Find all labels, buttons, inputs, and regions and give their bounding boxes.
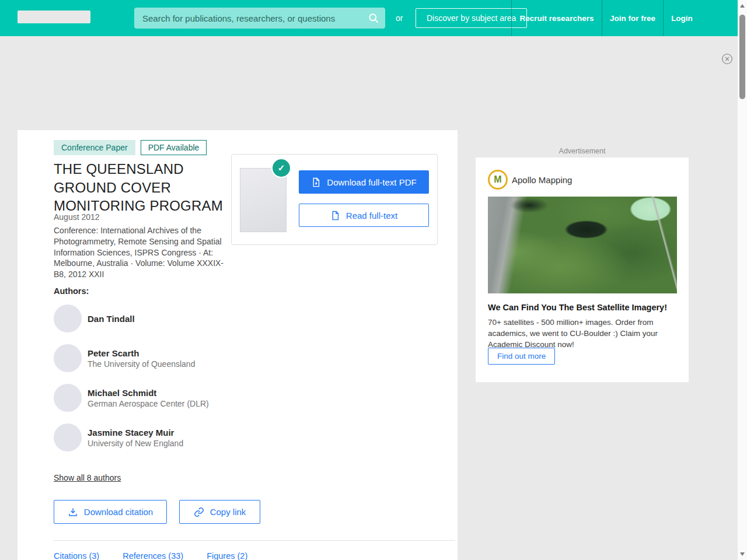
avatar[interactable] bbox=[54, 344, 82, 372]
publication-date: August 2012 bbox=[54, 212, 100, 222]
nav-join-for-free[interactable]: Join for free bbox=[602, 0, 663, 36]
find-out-more-button[interactable]: Find out more bbox=[488, 348, 555, 365]
discover-by-subject-button[interactable]: Discover by subject area bbox=[416, 8, 527, 28]
pdf-available-badge: PDF Available bbox=[141, 140, 207, 155]
publication-card: Conference Paper PDF Available THE QUEEN… bbox=[18, 130, 458, 560]
advertisement-card: M Apollo Mapping We Can Find You The Bes… bbox=[476, 158, 689, 382]
download-citation-button[interactable]: Download citation bbox=[54, 500, 167, 524]
search-input[interactable] bbox=[134, 8, 385, 29]
download-fulltext-label: Download full-text PDF bbox=[327, 177, 416, 187]
page-title: THE QUEENSLAND GROUND COVER MONITORING P… bbox=[54, 160, 229, 215]
copy-link-button[interactable]: Copy link bbox=[179, 500, 260, 524]
nav-recruit-researchers[interactable]: Recruit researchers bbox=[511, 0, 602, 36]
tab-references[interactable]: References (33) bbox=[123, 551, 183, 560]
divider bbox=[54, 540, 455, 541]
avatar[interactable] bbox=[54, 424, 82, 452]
ad-body-text: 70+ satellites - 500 million+ images. Or… bbox=[488, 317, 676, 350]
author-row[interactable]: Michael Schmidt German Aerospace Center … bbox=[54, 384, 240, 412]
author-affiliation: The University of Queensland bbox=[88, 359, 195, 369]
scrollbar[interactable] bbox=[738, 0, 747, 560]
publication-type-badge: Conference Paper bbox=[54, 140, 135, 155]
close-icon[interactable] bbox=[721, 53, 733, 65]
site-logo[interactable] bbox=[18, 10, 90, 23]
author-name[interactable]: Jasmine Stacey Muir bbox=[88, 428, 183, 438]
tab-citations[interactable]: Citations (3) bbox=[54, 551, 99, 560]
read-fulltext-label: Read full-text bbox=[346, 211, 397, 220]
copy-link-label: Copy link bbox=[210, 507, 246, 517]
read-fulltext-button[interactable]: Read full-text bbox=[299, 204, 429, 227]
ad-headline: We Can Find You The Best Satellite Image… bbox=[488, 303, 677, 312]
search-bar bbox=[134, 8, 385, 29]
avatar[interactable] bbox=[54, 304, 82, 332]
action-buttons: Download citation Copy link bbox=[54, 500, 260, 524]
author-affiliation: University of New England bbox=[88, 439, 183, 448]
show-all-authors-link[interactable]: Show all 8 authors bbox=[54, 473, 121, 482]
or-label: or bbox=[396, 0, 403, 36]
top-nav-links: Recruit researchers Join for free Login bbox=[511, 0, 700, 36]
authors-list: Dan Tindall Peter Scarth The University … bbox=[54, 304, 240, 452]
download-fulltext-pdf-button[interactable]: Download full-text PDF bbox=[299, 170, 429, 194]
author-row[interactable]: Peter Scarth The University of Queenslan… bbox=[54, 344, 240, 372]
author-row[interactable]: Jasmine Stacey Muir University of New En… bbox=[54, 424, 240, 452]
badge-row: Conference Paper PDF Available bbox=[54, 140, 207, 155]
check-icon: ✓ bbox=[273, 159, 290, 177]
apollo-mapping-logo-icon: M bbox=[488, 170, 508, 190]
author-affiliation: German Aerospace Center (DLR) bbox=[88, 399, 209, 408]
scroll-down-arrow-icon[interactable] bbox=[740, 552, 745, 556]
scroll-up-arrow-icon[interactable] bbox=[740, 4, 745, 8]
tab-figures[interactable]: Figures (2) bbox=[207, 551, 247, 560]
authors-label: Authors: bbox=[54, 286, 89, 296]
download-citation-label: Download citation bbox=[84, 507, 153, 517]
publication-tabs: Citations (3) References (33) Figures (2… bbox=[54, 551, 247, 560]
file-icon bbox=[330, 211, 340, 220]
fulltext-panel: ✓ Download full-text PDF Read full-text bbox=[231, 154, 438, 245]
pdf-thumbnail[interactable] bbox=[240, 168, 287, 232]
author-name[interactable]: Dan Tindall bbox=[88, 314, 135, 324]
author-row[interactable]: Dan Tindall bbox=[54, 304, 240, 332]
advertiser-name[interactable]: Apollo Mapping bbox=[512, 175, 572, 185]
avatar[interactable] bbox=[54, 384, 82, 412]
author-name[interactable]: Michael Schmidt bbox=[88, 388, 209, 398]
download-icon bbox=[68, 507, 78, 517]
link-icon bbox=[194, 507, 204, 517]
author-name[interactable]: Peter Scarth bbox=[88, 348, 195, 358]
file-download-icon bbox=[311, 177, 321, 187]
conference-info: Conference: International Archives of th… bbox=[54, 225, 225, 280]
scrollbar-thumb[interactable] bbox=[739, 15, 745, 99]
nav-login[interactable]: Login bbox=[663, 0, 700, 36]
search-icon[interactable] bbox=[368, 12, 379, 24]
satellite-imagery-photo[interactable] bbox=[488, 197, 677, 293]
advertisement-label: Advertisement bbox=[476, 147, 689, 155]
top-navbar: or Discover by subject area Recruit rese… bbox=[0, 0, 738, 36]
